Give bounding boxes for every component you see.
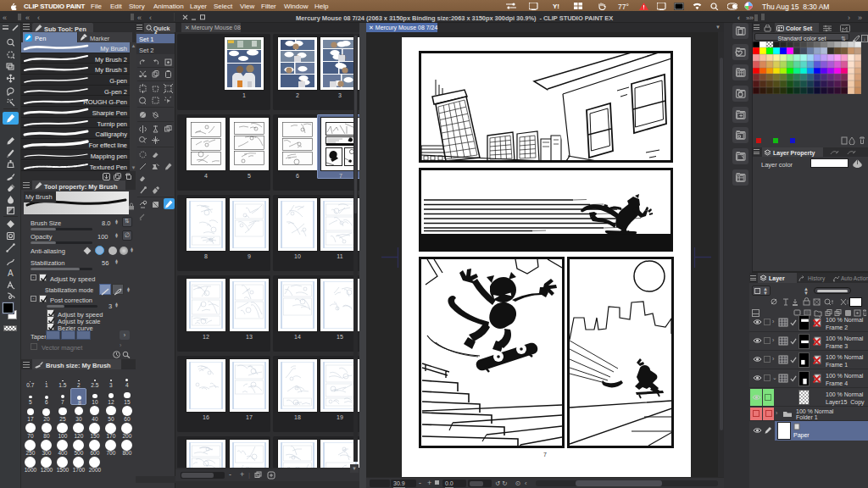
svg-text:7: 7 <box>543 452 547 458</box>
svg-text:A: A <box>8 269 14 278</box>
